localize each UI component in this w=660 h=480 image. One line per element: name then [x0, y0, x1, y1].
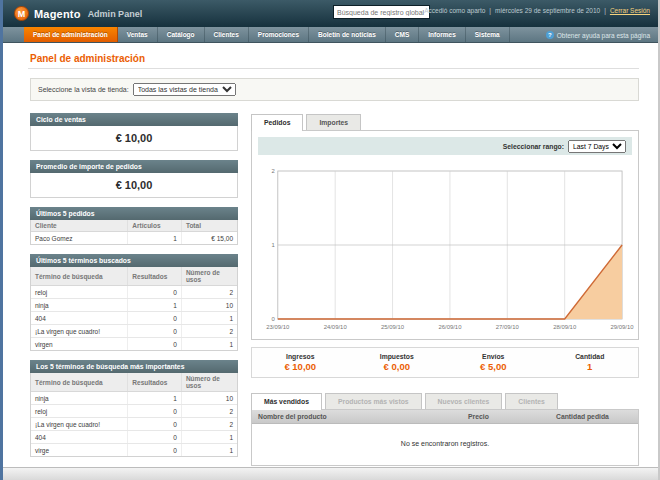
nav-item-clientes[interactable]: Clientes [205, 27, 249, 42]
top-search-terms-table: Término de búsquedaResultadosNúmero de u… [31, 373, 237, 456]
table-cell: ninja [31, 299, 128, 312]
table-row[interactable]: ninja110 [31, 299, 237, 312]
table-row[interactable]: ¡La virgen que cuadro!02 [31, 325, 237, 338]
svg-text:26/09/10: 26/09/10 [438, 324, 462, 330]
table-cell: 1 [181, 444, 237, 457]
stat-value: € 0,00 [349, 361, 446, 372]
table-row[interactable]: 40401 [31, 312, 237, 325]
table-cell: € 15,00 [181, 232, 237, 245]
store-view-select[interactable]: Todas las vistas de tienda [133, 83, 236, 96]
table-cell: ninja [31, 392, 128, 405]
table-cell: 404 [31, 312, 128, 325]
range-label: Seleccionar rango: [503, 143, 564, 150]
table-cell: 1 [181, 312, 237, 325]
tab-nuevos-clientes[interactable]: Nuevos clientes [425, 393, 503, 409]
table-row[interactable]: 40401 [31, 431, 237, 444]
table-cell: 2 [181, 418, 237, 431]
nav-item-ventas[interactable]: Ventas [118, 27, 158, 42]
column-header: Término de búsqueda [31, 267, 128, 286]
table-row[interactable]: Paco Gomez1€ 15,00 [31, 232, 237, 245]
column-header: Número de usos [181, 267, 237, 286]
nav-item-informes[interactable]: Informes [419, 27, 465, 42]
browser-status-bar [0, 467, 660, 480]
grids-section: Más vendidosProductos más vistosNuevos c… [251, 392, 639, 466]
nav-item-sistema[interactable]: Sistema [466, 27, 510, 42]
help-label: Obtener ayuda para esta página [557, 32, 650, 39]
tab-pedidos[interactable]: Pedidos [251, 114, 303, 131]
table-cell: 0 [128, 405, 182, 418]
table-cell: 0 [128, 312, 182, 325]
column-header: Resultados [128, 267, 182, 286]
table-cell: 0 [128, 338, 182, 351]
table-row[interactable]: virgen01 [31, 338, 237, 351]
nav-item-bolet-n-de-noticias[interactable]: Boletín de noticias [309, 27, 386, 42]
nav-item-cms[interactable]: CMS [386, 27, 419, 42]
table-cell: 2 [181, 286, 237, 299]
column-header: Total [181, 220, 237, 232]
column-header: Cliente [31, 220, 128, 232]
last-search-terms-card: Últimos 5 términos buscados Término de b… [30, 254, 238, 351]
tab-m-s-vendidos[interactable]: Más vendidos [251, 393, 322, 410]
store-view-bar: Seleccione la vista de tienda: Todas las… [30, 78, 639, 101]
stat-ingresos: Ingresos€ 10,00 [252, 353, 349, 372]
table-cell: 1 [181, 431, 237, 444]
chart-tabs: PedidosImportes [251, 113, 639, 130]
global-search-input[interactable] [333, 5, 430, 19]
stat-label: Impuestos [349, 353, 446, 360]
table-cell: reloj [31, 286, 128, 299]
tab-clientes[interactable]: Clientes [505, 393, 557, 409]
last-orders-card: Últimos 5 pedidos ClienteArtículosTotal … [30, 207, 238, 245]
bestsellers-grid: Nombre del productoPrecioCantidad pedida… [251, 409, 639, 466]
range-bar: Seleccionar rango: Last 7 Days [258, 137, 632, 155]
table-row[interactable]: virge01 [31, 444, 237, 457]
main-nav: Panel de administraciónVentasCatálogoCli… [0, 27, 660, 43]
tab-importes[interactable]: Importes [306, 114, 361, 130]
svg-text:1: 1 [272, 242, 276, 248]
svg-text:0: 0 [272, 316, 276, 322]
table-cell: 1 [128, 392, 182, 405]
table-cell: 2 [181, 325, 237, 338]
table-cell: 0 [128, 286, 182, 299]
help-link[interactable]: ? Obtener ayuda para esta página [546, 27, 650, 43]
table-cell: 0 [128, 431, 182, 444]
table-row[interactable]: reloj02 [31, 405, 237, 418]
table-cell: 10 [181, 299, 237, 312]
table-cell: 0 [128, 444, 182, 457]
table-row[interactable]: reloj02 [31, 286, 237, 299]
store-view-label: Seleccione la vista de tienda: [38, 86, 129, 93]
nav-item-cat-logo[interactable]: Catálogo [158, 27, 205, 42]
nav-item-promociones[interactable]: Promociones [249, 27, 309, 42]
table-cell: 0 [128, 418, 182, 431]
table-cell: reloj [31, 405, 128, 418]
lifetime-sales-value: € 10,00 [31, 126, 237, 150]
column-header: Artículos [128, 220, 182, 232]
logout-link[interactable]: Cerrar Sesión [610, 7, 650, 14]
magento-logo: M Magento Admin Panel [14, 6, 142, 21]
stat-value: € 10,00 [252, 361, 349, 372]
nav-menu: Panel de administraciónVentasCatálogoCli… [24, 27, 510, 42]
svg-text:2: 2 [272, 168, 276, 174]
dashboard-left-column: Ciclo de ventas € 10,00 Promedio de impo… [30, 113, 238, 466]
table-cell: virge [31, 444, 128, 457]
table-row[interactable]: ninja110 [31, 392, 237, 405]
svg-text:23/09/10: 23/09/10 [266, 324, 290, 330]
table-cell: Paco Gomez [31, 232, 128, 245]
help-icon: ? [546, 31, 554, 39]
stat-cantidad: Cantidad1 [542, 353, 639, 372]
title-divider [28, 68, 639, 69]
empty-records-message: No se encontraron registros. [252, 424, 638, 465]
stat-impuestos: Impuestos€ 0,00 [349, 353, 446, 372]
table-row[interactable]: ¡La virgen que cuadro!02 [31, 418, 237, 431]
stat-label: Cantidad [542, 353, 639, 360]
column-header: Término de búsqueda [31, 373, 128, 392]
table-cell: virgen [31, 338, 128, 351]
stat-envíos: Envíos€ 5,00 [445, 353, 542, 372]
nav-item-panel-de-administraci-n[interactable]: Panel de administración [24, 27, 118, 42]
dashboard-right-column: PedidosImportes Seleccionar rango: Last … [251, 113, 639, 466]
grid-tabs: Más vendidosProductos más vistosNuevos c… [251, 392, 639, 409]
separator: | [489, 7, 491, 14]
svg-text:29/09/10: 29/09/10 [611, 324, 635, 330]
card-title: Últimos 5 pedidos [30, 207, 238, 220]
range-select[interactable]: Last 7 Days [568, 140, 626, 153]
tab-productos-m-s-vistos[interactable]: Productos más vistos [325, 393, 422, 409]
